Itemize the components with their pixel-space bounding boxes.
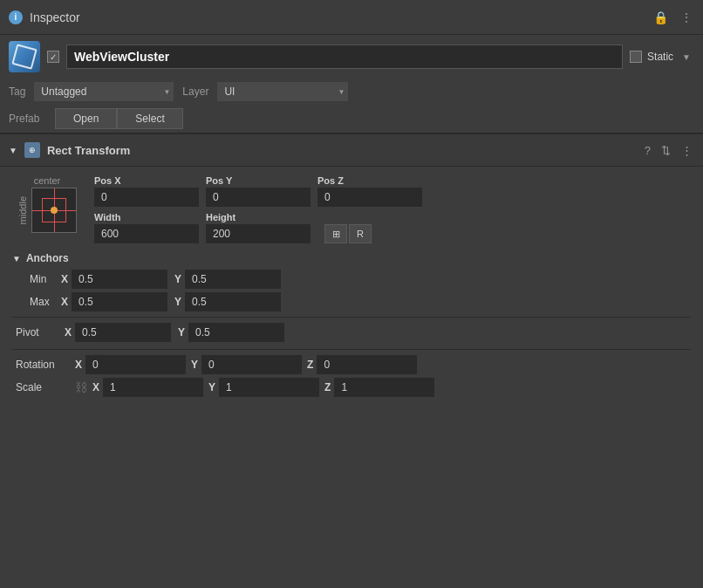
scale-x-input[interactable] <box>103 378 203 397</box>
scale-y-input[interactable] <box>219 378 319 397</box>
blueprint-button[interactable]: ⊞ <box>324 224 347 243</box>
pivot-x-input[interactable] <box>75 323 171 342</box>
pos-x-group: Pos X <box>94 175 199 207</box>
pivot-x-label: X <box>65 326 72 338</box>
info-icon: i <box>9 10 23 24</box>
divider <box>12 317 691 318</box>
rotation-y-group: Y <box>191 355 302 374</box>
min-y-input[interactable] <box>185 270 281 289</box>
min-y-label: Y <box>174 273 181 285</box>
prefab-select-button[interactable]: Select <box>117 108 182 129</box>
anchor-visualization <box>31 188 77 233</box>
scale-x-label: X <box>92 381 99 393</box>
scale-z-input[interactable] <box>334 378 434 397</box>
prefab-open-button[interactable]: Open <box>55 108 117 129</box>
pos-z-label: Pos Z <box>317 175 422 186</box>
rotation-label: Rotation <box>16 359 70 371</box>
section-actions: ? ⇅ ⋮ <box>643 142 694 159</box>
rot-y-label: Y <box>191 359 198 371</box>
rect-transform-content: center middle Pos X Pos Y <box>0 167 703 409</box>
anchors-section: ▼ Anchors Min X Y Max X Y <box>12 252 691 311</box>
r-btn-group: ⊞ R <box>324 224 372 243</box>
rot-x-label: X <box>75 359 82 371</box>
anchors-title: Anchors <box>26 252 69 264</box>
pivot-y-group: Y <box>178 323 284 342</box>
width-label: Width <box>94 212 199 222</box>
prefab-label: Prefab <box>9 113 48 125</box>
pos-y-group: Pos Y <box>206 175 311 207</box>
static-checkbox[interactable] <box>630 51 642 63</box>
help-icon[interactable]: ? <box>643 142 652 159</box>
rotation-z-input[interactable] <box>317 355 417 374</box>
lock-icon[interactable]: 🔒 <box>652 9 670 26</box>
divider-2 <box>12 349 691 350</box>
height-input[interactable] <box>206 224 311 243</box>
rotation-row: Rotation X Y Z <box>12 355 691 374</box>
min-x-input[interactable] <box>72 270 167 289</box>
layer-dropdown-wrapper: UI <box>217 82 348 101</box>
anchors-min-row: Min X Y <box>12 270 691 289</box>
menu-icon[interactable]: ⋮ <box>679 9 694 26</box>
max-y-label: Y <box>174 296 181 308</box>
max-x-group: X <box>61 292 167 311</box>
max-x-label: X <box>61 296 68 308</box>
rotation-x-input[interactable] <box>85 355 186 374</box>
max-x-input[interactable] <box>72 292 167 311</box>
tag-dropdown-wrapper: Untagged <box>34 82 174 101</box>
anchors-max-row: Max X Y <box>12 292 691 311</box>
tag-layer-row: Tag Untagged Layer UI <box>0 79 703 105</box>
pos-z-group: Pos Z <box>317 175 422 207</box>
layer-label: Layer <box>182 85 208 98</box>
inspector-title: Inspector <box>30 10 652 24</box>
min-x-label: X <box>61 273 68 285</box>
scale-y-label: Y <box>208 381 215 393</box>
pos-y-label: Pos Y <box>206 175 311 186</box>
max-y-input[interactable] <box>185 292 281 311</box>
rect-transform-title: Rect Transform <box>47 144 636 157</box>
rotation-y-input[interactable] <box>201 355 302 374</box>
pivot-y-label: Y <box>178 326 185 338</box>
min-y-group: Y <box>174 270 281 289</box>
pivot-label: Pivot <box>16 326 58 338</box>
rot-z-label: Z <box>307 359 313 371</box>
center-label: center <box>34 175 61 186</box>
pivot-y-input[interactable] <box>188 323 284 342</box>
static-dropdown-arrow[interactable]: ▼ <box>679 52 694 62</box>
middle-label: middle <box>17 196 28 224</box>
inspector-header: i Inspector 🔒 ⋮ <box>0 0 703 35</box>
height-group: Height <box>206 212 311 243</box>
layer-dropdown[interactable]: UI <box>217 82 348 101</box>
scale-y-group: Y <box>208 378 319 397</box>
r-button[interactable]: R <box>349 224 372 243</box>
scale-z-group: Z <box>324 378 434 397</box>
active-checkbox[interactable]: ✓ <box>47 51 59 63</box>
settings-icon[interactable]: ⇅ <box>659 142 672 159</box>
rect-transform-header: ▼ ⊕ Rect Transform ? ⇅ ⋮ <box>0 133 703 167</box>
height-label: Height <box>206 212 311 222</box>
anchors-header: ▼ Anchors <box>12 252 691 264</box>
max-label: Max <box>30 296 54 308</box>
width-group: Width <box>94 212 199 243</box>
rect-transform-icon: ⊕ <box>24 142 40 158</box>
section-menu-icon[interactable]: ⋮ <box>679 142 694 159</box>
link-icon: ⛓ <box>75 380 87 394</box>
max-y-group: Y <box>174 292 281 311</box>
pos-z-input[interactable] <box>317 188 422 207</box>
scale-z-label: Z <box>324 381 331 393</box>
tag-label: Tag <box>9 85 25 98</box>
rect-transform-collapse[interactable]: ▼ <box>9 146 17 155</box>
anchors-collapse[interactable]: ▼ <box>12 254 21 263</box>
min-label: Min <box>30 273 54 285</box>
rotation-z-group: Z <box>307 355 417 374</box>
pos-x-input[interactable] <box>94 188 199 207</box>
cube-icon <box>9 41 40 72</box>
object-name-input[interactable] <box>66 44 623 69</box>
width-input[interactable] <box>94 224 199 243</box>
object-row: ✓ Static ▼ <box>0 35 703 79</box>
scale-row: Scale ⛓ X Y Z <box>12 378 691 397</box>
scale-label: Scale <box>16 381 70 393</box>
prefab-row: Prefab Open Select <box>0 105 703 133</box>
tag-dropdown[interactable]: Untagged <box>34 82 174 101</box>
pos-y-input[interactable] <box>206 188 311 207</box>
pos-x-label: Pos X <box>94 175 199 186</box>
